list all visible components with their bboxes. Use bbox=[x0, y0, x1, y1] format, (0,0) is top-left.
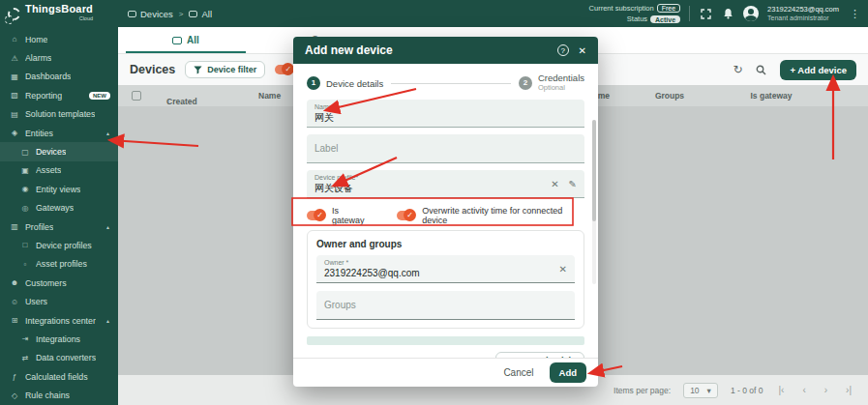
clear-icon[interactable]: ✕ bbox=[551, 179, 558, 189]
home-icon: ⌂ bbox=[10, 35, 19, 43]
sidebar-item-integrations-center[interactable]: ⊞ Integrations center ▲ bbox=[0, 311, 118, 330]
breadcrumb-separator-icon: > bbox=[179, 10, 184, 18]
items-per-page-select[interactable]: 10 ▾ bbox=[683, 383, 718, 398]
notifications-bell-icon[interactable] bbox=[721, 7, 734, 20]
fullscreen-icon[interactable] bbox=[699, 7, 712, 20]
next-credentials-button[interactable]: Next: Credentials bbox=[495, 352, 584, 358]
next-page-icon[interactable]: › bbox=[822, 385, 830, 395]
chevron-up-icon[interactable]: ▲ bbox=[105, 130, 110, 136]
devices-icon bbox=[172, 37, 182, 44]
sidebar-item-calculated-fields[interactable]: ƒ Calculated fields bbox=[0, 367, 118, 386]
items-per-page-label: Items per page: bbox=[614, 386, 671, 395]
sidebar-item-data-converters[interactable]: ⇄ Data converters bbox=[0, 349, 118, 367]
gateways-icon: ◎ bbox=[20, 204, 30, 213]
sidebar-item-home[interactable]: ⌂ Home bbox=[0, 30, 118, 48]
column-is-gateway[interactable]: Is gateway bbox=[737, 91, 805, 101]
rule-chains-icon: ◇ bbox=[10, 391, 19, 400]
logo-title: ThingsBoard bbox=[25, 4, 93, 14]
users-icon: ☺ bbox=[10, 298, 19, 306]
device-profiles-icon: □ bbox=[20, 241, 30, 249]
add-device-dialog: Add new device ? ✕ 1 Device details 2 Cr… bbox=[293, 37, 598, 387]
dashboards-icon: ▦ bbox=[10, 72, 19, 81]
devices-icon bbox=[128, 11, 136, 17]
add-button[interactable]: Add bbox=[550, 362, 586, 383]
refresh-icon[interactable]: ↻ bbox=[733, 64, 742, 75]
sidebar-item-reporting[interactable]: ▧ Reporting NEW bbox=[0, 86, 118, 104]
sidebar-item-dashboards[interactable]: ▦ Dashboards bbox=[0, 68, 118, 86]
stepper: 1 Device details 2 Credentials Optional bbox=[307, 72, 584, 95]
owner-and-groups-card: Owner and groups Owner * 2319224253@qq.c… bbox=[307, 230, 584, 329]
include-toggle[interactable]: ✓ bbox=[275, 65, 293, 74]
sidebar-item-users[interactable]: ☺ Users bbox=[0, 292, 118, 310]
overwrite-activity-label: Overwrite activity time for connected de… bbox=[422, 206, 584, 225]
sidebar-item-rule-chains[interactable]: ◇ Rule chains bbox=[0, 386, 118, 404]
dialog-title: Add new device bbox=[305, 43, 393, 57]
sidebar-item-devices[interactable]: ▢ Devices bbox=[0, 142, 118, 160]
alarms-icon: ⚠ bbox=[10, 54, 19, 63]
name-field[interactable]: Name* 网关 bbox=[307, 100, 584, 128]
top-header: ThingsBoard Cloud Devices > All Current … bbox=[0, 0, 868, 27]
label-field[interactable]: Label bbox=[307, 134, 584, 163]
add-device-button[interactable]: + Add device bbox=[780, 60, 856, 80]
sidebar-item-integrations[interactable]: ⇥ Integrations bbox=[0, 330, 118, 348]
chevron-up-icon[interactable]: ▲ bbox=[105, 224, 110, 230]
breadcrumb: Devices > All bbox=[128, 9, 212, 19]
chevron-up-icon[interactable]: ▲ bbox=[105, 318, 110, 324]
close-icon[interactable]: ✕ bbox=[579, 45, 586, 56]
device-profile-field[interactable]: Device profile* 网关设备 ✕ ✎ bbox=[307, 170, 584, 198]
search-icon[interactable] bbox=[756, 65, 766, 75]
column-groups[interactable]: Groups bbox=[641, 91, 699, 101]
edit-pencil-icon[interactable]: ✎ bbox=[569, 179, 577, 189]
first-page-icon[interactable]: |‹ bbox=[775, 385, 787, 395]
sidebar-item-device-profiles[interactable]: □ Device profiles bbox=[0, 236, 118, 254]
assets-icon: ▣ bbox=[20, 166, 30, 175]
sidebar-item-entity-views[interactable]: ◉ Entity views bbox=[0, 180, 118, 198]
sidebar-item-profiles[interactable]: ▥ Profiles ▲ bbox=[0, 217, 118, 236]
sidebar-item-solution-templates[interactable]: ▤ Solution templates bbox=[0, 105, 118, 124]
sidebar-item-alarms[interactable]: ⚠ Alarms bbox=[0, 48, 118, 67]
devices-icon bbox=[189, 11, 197, 17]
dialog-body: 1 Device details 2 Credentials Optional … bbox=[293, 64, 598, 358]
owner-field[interactable]: Owner * 2319224253@qq.com ✕ bbox=[316, 255, 575, 283]
sidebar-item-entities[interactable]: ◈ Entities ▲ bbox=[0, 124, 118, 142]
user-avatar[interactable] bbox=[743, 6, 759, 21]
prev-page-icon[interactable]: ‹ bbox=[799, 385, 808, 395]
dialog-footer: Cancel Add bbox=[293, 358, 598, 387]
user-info: 2319224253@qq.com Tenant administrator bbox=[767, 5, 839, 23]
pagination-range: 1 - 0 of 0 bbox=[731, 386, 763, 395]
dropdown-arrow-icon: ▾ bbox=[707, 386, 711, 395]
kebab-menu-icon[interactable]: ⋮ bbox=[848, 8, 862, 20]
devices-icon: ▢ bbox=[20, 148, 30, 157]
step-1-circle[interactable]: 1 bbox=[307, 76, 320, 90]
sidebar-item-gateways[interactable]: ◎ Gateways bbox=[0, 199, 118, 217]
check-icon: ✓ bbox=[314, 209, 326, 221]
column-name[interactable]: Name bbox=[258, 91, 281, 101]
cancel-button[interactable]: Cancel bbox=[503, 367, 533, 378]
sidebar-item-customers[interactable]: ☻ Customers bbox=[0, 274, 118, 292]
select-all-checkbox[interactable] bbox=[132, 91, 141, 101]
breadcrumb-all[interactable]: All bbox=[189, 9, 212, 19]
clear-icon[interactable]: ✕ bbox=[559, 264, 567, 275]
check-icon: ✓ bbox=[404, 209, 416, 221]
overwrite-activity-toggle[interactable]: ✓ bbox=[397, 211, 415, 220]
sidebar-item-assets[interactable]: ▣ Assets bbox=[0, 161, 118, 180]
dialog-header: Add new device ? ✕ bbox=[293, 37, 598, 64]
dialog-scrollbar[interactable] bbox=[592, 120, 596, 284]
step-2-circle[interactable]: 2 bbox=[519, 76, 532, 90]
data-converters-icon: ⇄ bbox=[20, 354, 30, 362]
is-gateway-toggle[interactable]: ✓ bbox=[307, 211, 325, 220]
entity-views-icon: ◉ bbox=[20, 185, 30, 193]
page: ThingsBoard Cloud Devices > All Current … bbox=[0, 0, 868, 405]
step-2-label: Credentials bbox=[538, 73, 584, 83]
sort-down-icon: ↓ bbox=[166, 97, 170, 106]
help-icon[interactable]: ? bbox=[557, 44, 569, 56]
sidebar-item-asset-profiles[interactable]: ▫ Asset profiles bbox=[0, 255, 118, 274]
device-filter-button[interactable]: Device filter bbox=[185, 61, 265, 78]
thingsboard-logo[interactable]: ThingsBoard Cloud bbox=[0, 4, 118, 23]
subscription-info: Current subscriptionFree StatusActive bbox=[589, 3, 681, 24]
last-page-icon[interactable]: ›| bbox=[843, 385, 854, 395]
logo-subtitle: Cloud bbox=[79, 14, 93, 23]
tab-all[interactable]: All bbox=[118, 27, 254, 53]
breadcrumb-devices[interactable]: Devices bbox=[128, 9, 173, 19]
groups-field[interactable]: Groups bbox=[316, 291, 575, 320]
